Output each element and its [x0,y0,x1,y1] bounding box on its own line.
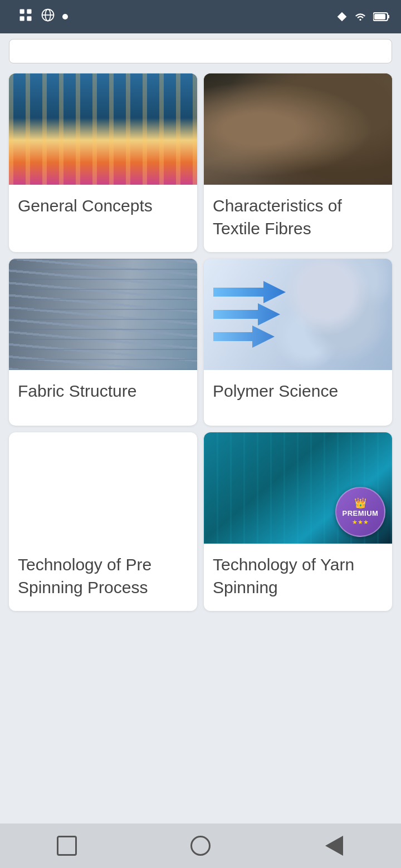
stars-icon: ★★★ [352,519,369,526]
svg-marker-7 [338,12,347,22]
premium-label: PREMIUM [343,509,379,517]
premium-badge: 👑 PREMIUM ★★★ [335,487,385,537]
nav-home-button[interactable] [184,829,217,862]
card-image-textile-fibres [204,73,392,185]
card-image-pre-spinning [9,432,197,544]
square-icon [57,836,77,856]
crown-icon: 👑 [354,498,366,508]
svg-rect-0 [20,9,25,13]
card-image-yarn-spinning: 👑 PREMIUM ★★★ [204,432,392,544]
notification-icons [18,7,33,27]
card-label-polymer-science: Polymer Science [204,370,392,426]
wifi-icon [353,11,368,22]
card-yarn-spinning[interactable]: 👑 PREMIUM ★★★ Technology of Yarn Spinnin… [204,432,392,611]
card-polymer-science[interactable]: Polymer Science [204,259,392,426]
svg-rect-2 [20,16,25,21]
signal-dot [62,14,68,19]
svg-rect-1 [27,9,31,13]
circle-icon [190,836,211,856]
card-image-fabric-structure [9,259,197,370]
card-label-textile-fibres: Characteristics of Textile Fibres [204,185,392,252]
card-textile-fibres[interactable]: Characteristics of Textile Fibres [204,73,392,252]
card-image-polymer-science [204,259,392,370]
search-bar[interactable] [9,39,392,63]
status-right-icons [336,11,390,22]
diamond-icon [336,11,348,22]
svg-rect-10 [374,14,385,19]
course-grid: General ConceptsCharacteristics of Texti… [0,69,401,620]
card-image-general-concepts [9,73,197,185]
card-general-concepts[interactable]: General Concepts [9,73,197,252]
card-label-yarn-spinning: Technology of Yarn Spinning [204,544,392,611]
card-label-pre-spinning: Technology of Pre Spinning Process [9,544,197,611]
svg-marker-12 [213,303,280,326]
nav-recents-button[interactable] [317,829,351,862]
battery-icon [373,12,390,22]
search-bar-area [0,33,401,69]
globe-icon [40,7,56,27]
svg-marker-13 [213,326,275,348]
nav-back-button[interactable] [50,829,84,862]
card-fabric-structure[interactable]: Fabric Structure [9,259,197,426]
card-pre-spinning[interactable]: Technology of Pre Spinning Process [9,432,197,611]
svg-rect-3 [27,16,31,21]
card-label-general-concepts: General Concepts [9,185,197,240]
svg-marker-11 [213,281,286,303]
svg-rect-9 [388,15,389,18]
navigation-bar [0,823,401,868]
triangle-icon [325,836,343,856]
polymer-arrows-icon [213,281,286,348]
card-label-fabric-structure: Fabric Structure [9,370,197,426]
status-bar [0,0,401,33]
